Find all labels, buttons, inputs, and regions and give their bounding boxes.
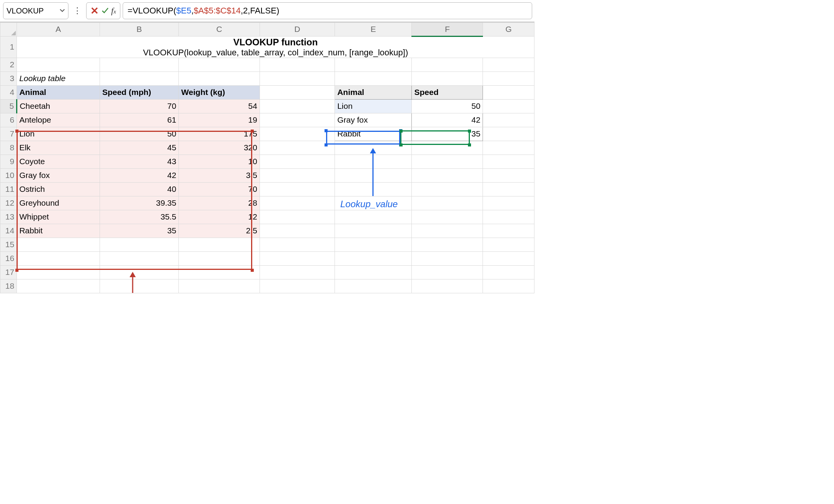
row-header-6[interactable]: 6 xyxy=(0,113,17,127)
col-header-d[interactable]: D xyxy=(260,22,335,36)
range-handle[interactable] xyxy=(400,143,403,146)
range-handle[interactable] xyxy=(251,130,254,133)
syntax-text: VLOOKUP(lookup_value, table_array, col_i… xyxy=(19,48,532,58)
formula-bar[interactable]: =VLOOKUP($E5,$A$5:$C$14,2,FALSE) xyxy=(123,2,532,19)
col-header-b[interactable]: B xyxy=(100,22,178,36)
accept-icon[interactable] xyxy=(101,5,109,17)
cell[interactable] xyxy=(17,58,100,72)
range-handle[interactable] xyxy=(15,130,18,133)
range-handle[interactable] xyxy=(400,130,403,133)
row-header-1[interactable]: 1 xyxy=(0,36,17,58)
range-handle[interactable] xyxy=(325,129,328,132)
lh-speed[interactable]: Speed (mph) xyxy=(100,85,178,99)
chevron-down-icon[interactable] xyxy=(57,7,68,15)
cell-e5[interactable]: Lion xyxy=(335,99,412,113)
cell-c5[interactable]: 54 xyxy=(179,99,260,113)
formula-toolbar: VLOOKUP ⋮ ✕ fx =VLOOKUP($E5,$A$5:$C$14,2… xyxy=(0,0,534,22)
cell-f5[interactable]: 50 xyxy=(412,99,483,113)
cell-title[interactable]: VLOOKUP function VLOOKUP(lookup_value, t… xyxy=(17,36,534,58)
formula-action-buttons: ✕ fx xyxy=(86,2,120,19)
col-header-g[interactable]: G xyxy=(483,22,534,36)
title-text: VLOOKUP function xyxy=(19,37,532,48)
row-header-2[interactable]: 2 xyxy=(0,58,17,72)
range-handle[interactable] xyxy=(468,130,471,133)
cell-a5[interactable]: Cheetah xyxy=(17,99,100,113)
cell-b5[interactable]: 70 xyxy=(100,99,178,113)
row-header-5[interactable]: 5 xyxy=(0,99,17,113)
name-box-value: VLOOKUP xyxy=(3,7,57,15)
cancel-icon[interactable]: ✕ xyxy=(90,5,99,17)
spreadsheet[interactable]: A B C D E F G 1 VLOOKUP function VLOOKUP… xyxy=(0,22,534,293)
row-header-3[interactable]: 3 xyxy=(0,72,17,85)
lookup-table-label[interactable]: Lookup table xyxy=(17,72,100,85)
range-handle[interactable] xyxy=(325,143,328,146)
vertical-dots-icon[interactable]: ⋮ xyxy=(71,6,84,16)
range-handle[interactable] xyxy=(251,269,254,272)
name-box[interactable]: VLOOKUP xyxy=(3,2,68,19)
col-header-e[interactable]: E xyxy=(335,22,412,36)
lh-weight[interactable]: Weight (kg) xyxy=(179,85,260,99)
col-header-c[interactable]: C xyxy=(179,22,260,36)
range-handle[interactable] xyxy=(15,269,18,272)
row-header-4[interactable]: 4 xyxy=(0,85,17,99)
col-header-f[interactable]: F xyxy=(412,22,483,36)
lh-animal[interactable]: Animal xyxy=(17,85,100,99)
fx-icon[interactable]: fx xyxy=(111,6,116,16)
rh-speed[interactable]: Speed xyxy=(412,85,483,99)
range-handle[interactable] xyxy=(468,143,471,146)
row-header-7[interactable]: 7 xyxy=(0,127,17,141)
col-header-a[interactable]: A xyxy=(17,22,100,36)
rh-animal[interactable]: Animal xyxy=(335,85,412,99)
select-all-cell[interactable] xyxy=(0,22,17,36)
